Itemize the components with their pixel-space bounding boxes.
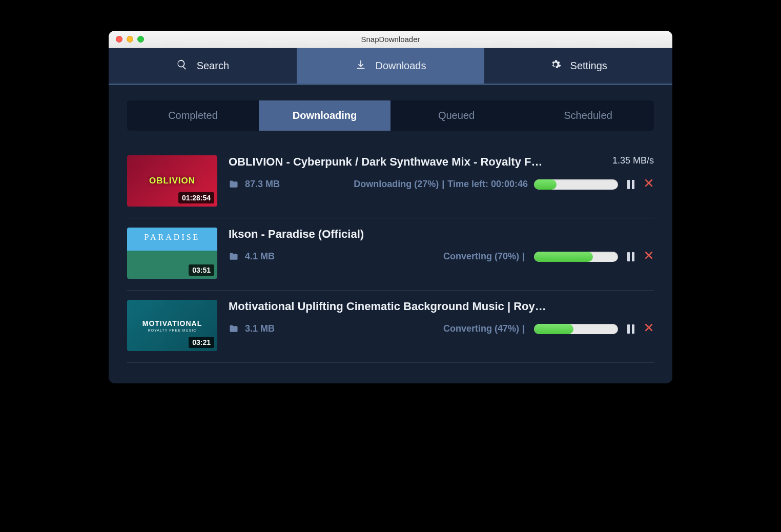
- download-item: 01:28:54 OBLIVION - Cyberpunk / Dark Syn…: [127, 146, 654, 218]
- main-tabs: Search Downloads Settings: [109, 48, 672, 85]
- download-icon: [355, 59, 366, 73]
- duration-badge: 03:51: [189, 264, 214, 276]
- progress-fill: [534, 252, 593, 262]
- cancel-button[interactable]: [644, 322, 654, 335]
- pause-button[interactable]: [627, 180, 635, 189]
- item-body: Ikson - Paradise (Official) 4.1 MB Conve…: [229, 228, 654, 279]
- folder-icon[interactable]: [229, 324, 239, 334]
- thumbnail[interactable]: 03:51: [127, 228, 217, 279]
- progress-fill: [534, 324, 573, 334]
- duration-badge: 01:28:54: [178, 192, 214, 203]
- tab-label: Settings: [570, 60, 607, 72]
- item-title: Motivational Uplifting Cinematic Backgro…: [229, 300, 654, 313]
- sub-tab-completed[interactable]: Completed: [127, 100, 259, 131]
- duration-badge: 03:21: [189, 337, 214, 348]
- progress-bar: [534, 324, 618, 334]
- thumbnail[interactable]: 01:28:54: [127, 155, 217, 207]
- download-list: 01:28:54 OBLIVION - Cyberpunk / Dark Syn…: [127, 146, 654, 363]
- minimize-window-button[interactable]: [127, 36, 133, 43]
- pause-button[interactable]: [627, 324, 635, 334]
- tab-label: Search: [197, 60, 229, 72]
- sub-tabs: Completed Downloading Queued Scheduled: [127, 100, 654, 131]
- folder-icon[interactable]: [229, 252, 239, 262]
- tab-downloads[interactable]: Downloads: [297, 48, 485, 84]
- app-window: SnapDownloader Search Downloads Settings…: [109, 31, 672, 383]
- content-area: Completed Downloading Queued Scheduled 0…: [109, 85, 672, 383]
- close-window-button[interactable]: [116, 36, 122, 43]
- file-size: 4.1 MB: [245, 251, 291, 262]
- window-controls: [116, 36, 144, 43]
- status-text: Converting (47%)|: [297, 323, 528, 334]
- status-text: Converting (70%)|: [297, 251, 528, 262]
- progress-fill: [534, 179, 557, 190]
- tab-label: Downloads: [376, 60, 426, 72]
- sub-tab-queued[interactable]: Queued: [391, 100, 522, 131]
- item-body: Motivational Uplifting Cinematic Backgro…: [229, 300, 654, 351]
- cancel-button[interactable]: [644, 178, 654, 191]
- progress-bar: [534, 252, 618, 262]
- search-icon: [176, 59, 188, 73]
- sub-tab-scheduled[interactable]: Scheduled: [522, 100, 654, 131]
- zoom-window-button[interactable]: [137, 36, 144, 43]
- status-text: Downloading (27%)|Time left: 00:00:46: [297, 179, 528, 190]
- thumbnail[interactable]: 03:21: [127, 300, 217, 351]
- tab-search[interactable]: Search: [109, 48, 297, 84]
- file-size: 3.1 MB: [245, 323, 291, 334]
- folder-icon[interactable]: [229, 179, 239, 190]
- cancel-button[interactable]: [644, 250, 654, 263]
- file-size: 87.3 MB: [245, 179, 291, 190]
- tab-settings[interactable]: Settings: [484, 48, 672, 84]
- gear-icon: [550, 59, 561, 73]
- download-speed: 1.35 MB/s: [612, 155, 654, 166]
- download-item: 03:21 Motivational Uplifting Cinematic B…: [127, 291, 654, 363]
- item-body: OBLIVION - Cyberpunk / Dark Synthwave Mi…: [229, 155, 654, 207]
- progress-bar: [534, 179, 618, 190]
- sub-tab-downloading[interactable]: Downloading: [259, 100, 391, 131]
- download-item: 03:51 Ikson - Paradise (Official) 4.1 MB…: [127, 218, 654, 291]
- window-title: SnapDownloader: [109, 35, 672, 44]
- pause-button[interactable]: [627, 252, 635, 261]
- item-title: Ikson - Paradise (Official): [229, 228, 654, 241]
- item-title: OBLIVION - Cyberpunk / Dark Synthwave Mi…: [229, 155, 602, 169]
- titlebar: SnapDownloader: [109, 31, 672, 48]
